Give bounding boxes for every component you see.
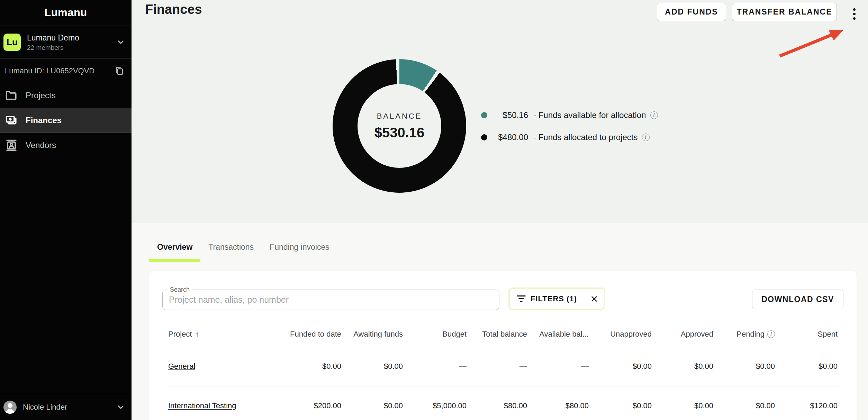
table-row: International Testing $200.00 $0.00 $5,0…: [168, 386, 838, 420]
org-id-row: Lumanu ID: LU0652VQVD: [0, 59, 132, 83]
tab-bar: Overview Transactions Funding invoices: [149, 239, 337, 255]
folder-icon: [5, 89, 18, 102]
sidebar-item-label: Finances: [26, 116, 62, 125]
filter-icon: [517, 295, 526, 303]
search-input[interactable]: [163, 290, 499, 310]
chevron-down-icon: [116, 38, 125, 47]
info-icon[interactable]: i: [650, 111, 658, 119]
legend-item-available: $50.16 - Funds available for allocation …: [481, 104, 658, 126]
cell-total-balance: —: [467, 347, 527, 386]
info-icon[interactable]: i: [642, 134, 650, 141]
projects-table: Project↑ Funded to date Awaiting funds B…: [168, 322, 838, 420]
sort-ascending-icon: ↑: [195, 330, 199, 338]
legend-amount: $480.00: [487, 133, 528, 142]
cell-available-balance: —: [527, 347, 589, 386]
cell-budget: $5,000.00: [403, 386, 467, 420]
legend-dot-black: [481, 134, 487, 140]
add-funds-button[interactable]: ADD FUNDS: [657, 3, 726, 21]
table-header-row: Project↑ Funded to date Awaiting funds B…: [168, 322, 838, 347]
project-link[interactable]: International Testing: [168, 401, 236, 410]
org-switcher[interactable]: Lu Lumanu Demo 22 members: [0, 26, 132, 59]
cell-approved: $0.00: [652, 347, 713, 386]
legend-description: - Funds allocated to projects: [533, 133, 638, 142]
column-header-project[interactable]: Project↑: [168, 322, 286, 347]
chevron-down-icon: [116, 403, 125, 412]
banknotes-icon: [5, 114, 18, 127]
sidebar: Lumanu Lu Lumanu Demo 22 members Lumanu …: [0, 0, 132, 420]
org-id-label: Lumanu ID: LU0652VQVD: [5, 66, 114, 75]
search-field: Search: [162, 290, 499, 310]
sidebar-item-projects[interactable]: Projects: [0, 83, 132, 108]
user-name: Nicole Linder: [23, 403, 116, 412]
cell-awaiting: $0.00: [341, 347, 403, 386]
main-content: Finances ADD FUNDS TRANSFER BALANCE BALA…: [132, 0, 868, 420]
info-icon: i: [767, 330, 775, 338]
org-avatar: Lu: [3, 34, 21, 51]
legend-description: - Funds available for allocation: [533, 110, 646, 120]
sidebar-nav: Projects Finances Vendors: [0, 83, 132, 158]
column-header[interactable]: Approved: [652, 322, 713, 347]
sidebar-item-vendors[interactable]: Vendors: [0, 133, 132, 158]
vendor-card-icon: [5, 139, 18, 152]
tab-funding-invoices[interactable]: Funding invoices: [262, 239, 337, 255]
clear-filters-button[interactable]: [584, 289, 604, 309]
cell-unapproved: $0.00: [589, 347, 652, 386]
header-actions: ADD FUNDS TRANSFER BALANCE: [657, 3, 837, 21]
cell-budget: —: [403, 347, 467, 386]
user-menu[interactable]: Nicole Linder: [0, 394, 132, 420]
donut-legend: $50.16 - Funds available for allocation …: [481, 104, 658, 148]
sidebar-item-finances[interactable]: Finances: [0, 108, 132, 133]
org-name: Lumanu Demo: [27, 33, 116, 43]
balance-donut-chart: BALANCE $530.16: [333, 59, 466, 193]
legend-dot-teal: [481, 112, 487, 118]
org-member-count: 22 members: [27, 44, 116, 52]
column-header[interactable]: Awaiting funds: [341, 322, 403, 347]
column-header[interactable]: Funded to date: [286, 322, 341, 347]
cell-approved: $0.00: [652, 386, 713, 420]
legend-amount: $50.16: [487, 110, 528, 120]
transfer-balance-button[interactable]: TRANSFER BALANCE: [732, 3, 837, 21]
cell-awaiting: $0.00: [341, 386, 403, 420]
cell-total-balance: $80.00: [467, 386, 527, 420]
sidebar-item-label: Vendors: [26, 140, 56, 150]
user-avatar: [3, 401, 17, 414]
projects-table-card: Search FILTERS (1) DOWNLOAD CSV: [149, 271, 857, 420]
finances-summary-section: Finances ADD FUNDS TRANSFER BALANCE BALA…: [132, 0, 868, 223]
page-title: Finances: [145, 2, 202, 17]
filters-button[interactable]: FILTERS (1): [508, 287, 605, 310]
app-logo: Lumanu: [0, 0, 132, 26]
cell-available-balance: $80.00: [527, 386, 589, 420]
column-header[interactable]: Total balance: [467, 322, 527, 347]
close-icon: [590, 295, 598, 303]
download-csv-button[interactable]: DOWNLOAD CSV: [752, 290, 843, 309]
kebab-menu-icon[interactable]: [849, 6, 859, 21]
cell-pending: $0.00: [713, 386, 775, 420]
cell-spent: $120.00: [775, 386, 838, 420]
cell-spent: $0.00: [775, 347, 838, 386]
copy-icon[interactable]: [114, 66, 125, 76]
column-header-pending[interactable]: Pendingi: [713, 322, 775, 347]
column-header[interactable]: Budget: [403, 322, 467, 347]
finances-detail-section: Overview Transactions Funding invoices S…: [132, 223, 868, 420]
cell-unapproved: $0.00: [589, 386, 652, 420]
table-row: General $0.00 $0.00 — — — $0.00 $0.00 $0…: [168, 347, 838, 386]
column-header[interactable]: Avaliable bal...: [527, 322, 589, 347]
project-link[interactable]: General: [168, 362, 195, 371]
tab-overview[interactable]: Overview: [149, 239, 200, 255]
column-header[interactable]: Unapproved: [589, 322, 652, 347]
sidebar-item-label: Projects: [26, 91, 56, 100]
cell-funded: $200.00: [286, 386, 341, 420]
search-field-label: Search: [168, 286, 192, 293]
cell-funded: $0.00: [286, 347, 341, 386]
column-header[interactable]: Spent: [775, 322, 838, 347]
cell-pending: $0.00: [713, 347, 775, 386]
tab-transactions[interactable]: Transactions: [200, 239, 262, 255]
balance-value: $530.16: [374, 125, 425, 140]
balance-label: BALANCE: [377, 112, 422, 121]
legend-item-allocated: $480.00 - Funds allocated to projects i: [481, 126, 658, 148]
donut-center: BALANCE $530.16: [333, 59, 466, 193]
filters-label: FILTERS (1): [531, 294, 577, 303]
